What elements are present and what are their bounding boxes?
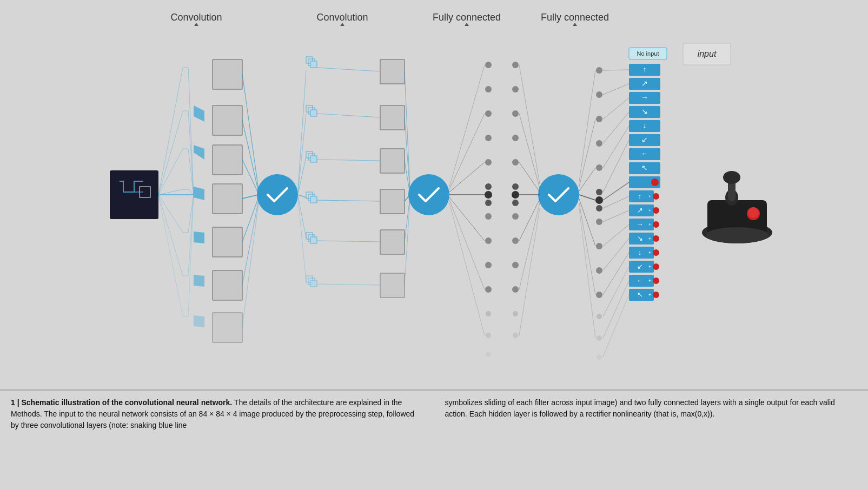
caption-bold-text: Schematic illustration of the convolutio… — [21, 398, 232, 407]
svg-rect-27 — [310, 156, 317, 162]
svg-point-64 — [485, 237, 492, 244]
svg-text:↓: ↓ — [642, 121, 646, 130]
input-label-text: input — [697, 49, 716, 58]
svg-rect-36 — [310, 280, 317, 287]
svg-text:+: + — [648, 194, 651, 199]
conv1-map5 — [213, 227, 242, 257]
svg-point-59 — [485, 159, 492, 166]
figure-number: 1 | — [11, 398, 21, 407]
svg-point-106 — [596, 219, 602, 225]
svg-point-86 — [512, 237, 519, 244]
svg-text:↗: ↗ — [637, 206, 642, 214]
svg-point-82 — [512, 183, 519, 190]
svg-point-89 — [513, 311, 518, 316]
svg-point-142 — [653, 193, 659, 200]
svg-point-79 — [512, 110, 519, 117]
svg-text:+: + — [648, 222, 651, 227]
svg-rect-33 — [310, 237, 317, 243]
conv1-map3 — [213, 145, 242, 175]
svg-point-57 — [485, 110, 492, 117]
svg-point-110 — [597, 314, 602, 319]
svg-point-109 — [596, 292, 602, 298]
svg-point-68 — [486, 333, 491, 338]
svg-point-146 — [653, 207, 659, 214]
svg-text:↑: ↑ — [638, 192, 641, 200]
svg-text:←: ← — [641, 149, 648, 158]
svg-text:→: → — [636, 220, 643, 228]
svg-marker-11 — [194, 315, 204, 327]
relu2-circle — [408, 174, 449, 215]
svg-text:↗: ↗ — [641, 79, 648, 88]
svg-point-162 — [653, 263, 659, 270]
svg-point-166 — [653, 277, 659, 284]
svg-point-99 — [596, 91, 602, 98]
svg-point-67 — [486, 311, 491, 316]
svg-point-84 — [512, 200, 519, 206]
caption-text-right: symbolizes sliding of each filter across… — [445, 398, 835, 418]
svg-point-65 — [485, 262, 492, 268]
conv2-map2 — [380, 105, 405, 130]
svg-point-111 — [597, 335, 602, 341]
svg-point-88 — [512, 286, 519, 293]
svg-point-58 — [485, 135, 492, 141]
svg-point-100 — [596, 116, 602, 122]
svg-point-102 — [596, 164, 602, 171]
svg-point-63 — [485, 213, 492, 220]
svg-point-193 — [706, 227, 768, 243]
svg-rect-21 — [310, 61, 317, 68]
svg-point-78 — [512, 86, 519, 92]
svg-point-104 — [595, 196, 603, 204]
conv1-map6 — [213, 270, 242, 300]
svg-text:+: + — [648, 208, 651, 213]
svg-point-83 — [512, 191, 519, 199]
svg-rect-30 — [310, 196, 317, 203]
conv2-map3 — [380, 149, 405, 173]
fc1-label: Fully connected — [432, 12, 500, 23]
svg-point-61 — [485, 191, 492, 199]
svg-marker-10 — [194, 275, 204, 287]
svg-text:↖: ↖ — [641, 163, 648, 172]
input-image — [110, 170, 158, 219]
conv2-map1 — [380, 60, 405, 84]
svg-text:→: → — [641, 93, 648, 102]
conv1-label: Convolution — [170, 12, 222, 23]
svg-text:↓: ↓ — [638, 248, 641, 256]
svg-text:↘: ↘ — [641, 107, 648, 116]
svg-marker-9 — [194, 232, 204, 243]
svg-text:+: + — [648, 278, 651, 283]
svg-point-112 — [597, 354, 602, 360]
svg-point-60 — [485, 183, 492, 190]
svg-point-154 — [653, 235, 659, 242]
svg-point-55 — [485, 62, 492, 68]
svg-text:←: ← — [636, 276, 643, 285]
relu3-circle — [538, 174, 579, 215]
svg-text:+: + — [648, 264, 651, 269]
svg-point-190 — [723, 171, 740, 184]
svg-point-66 — [485, 286, 492, 293]
svg-rect-24 — [310, 110, 317, 116]
svg-point-103 — [596, 189, 602, 195]
svg-point-170 — [653, 292, 659, 298]
svg-point-158 — [653, 249, 659, 256]
svg-point-80 — [512, 135, 519, 141]
svg-text:↘: ↘ — [637, 234, 642, 242]
svg-point-105 — [596, 205, 602, 212]
svg-point-62 — [485, 200, 492, 206]
conv2-label: Convolution — [316, 12, 368, 23]
svg-text:↙: ↙ — [637, 262, 642, 270]
svg-point-85 — [512, 213, 519, 220]
svg-text:+: + — [648, 236, 651, 241]
conv2-map6 — [380, 273, 405, 298]
conv2-map5 — [380, 230, 405, 254]
svg-point-56 — [485, 86, 492, 92]
svg-text:+: + — [648, 292, 651, 298]
svg-point-192 — [748, 207, 759, 218]
svg-point-77 — [512, 62, 519, 68]
svg-text:+: + — [648, 250, 651, 255]
svg-point-107 — [596, 243, 602, 249]
svg-text:↙: ↙ — [641, 135, 648, 144]
relu1-circle — [257, 174, 298, 215]
svg-point-108 — [596, 267, 602, 274]
svg-point-101 — [596, 140, 602, 147]
svg-point-87 — [512, 262, 519, 268]
